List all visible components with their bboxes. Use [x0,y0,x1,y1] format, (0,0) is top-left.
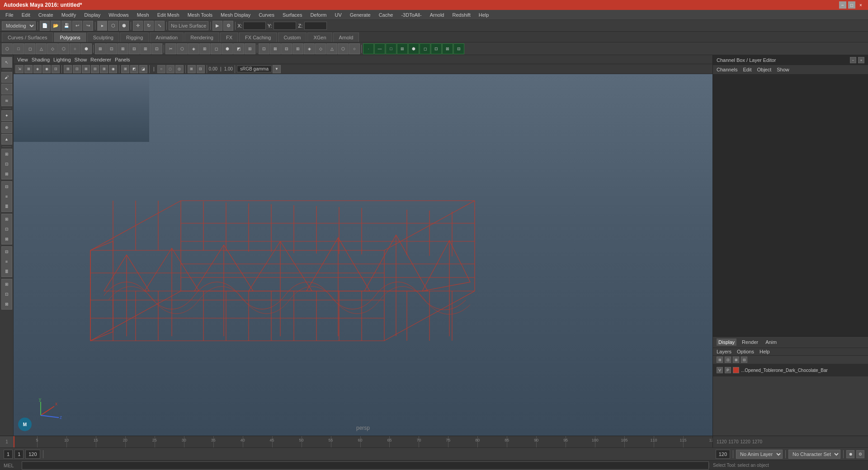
tool-icon-5[interactable]: ◇ [47,43,58,54]
character-set-dropdown[interactable]: No Character Set [788,450,840,459]
tool-icon-12[interactable]: ⊟ [129,43,140,54]
menu-3dtoall[interactable]: -3DToAll- [397,11,425,19]
viewport-canvas[interactable]: persp M x y z [14,74,712,436]
extrude-tool-left[interactable]: ▲ [1,134,12,145]
group-btn-13[interactable]: ⊞ [2,279,12,289]
z-input[interactable] [304,22,327,30]
menu-surfaces[interactable]: Surfaces [279,11,306,19]
group-btn-10[interactable]: ⊟ [2,247,12,257]
menu-help[interactable]: Help [475,11,493,19]
tool-icon-2[interactable]: □ [13,43,24,54]
tool-icon-13[interactable]: ⊞ [140,43,151,54]
undo-button[interactable]: ↩ [72,21,82,31]
tool-icon-18[interactable]: ⊞ [199,43,210,54]
vp-toolbar-5[interactable]: ⊡ [52,65,60,73]
tool-icon-3[interactable]: ◻ [24,43,35,54]
group-btn-1[interactable]: ⊞ [2,149,12,159]
workspace-dropdown[interactable]: Modeling [2,21,36,30]
cut-tool-left[interactable]: ✦ [1,110,12,121]
close-button[interactable]: × [857,1,864,9]
rotate-tool-button[interactable]: ↻ [144,21,154,31]
tool-icon-7[interactable]: ○ [70,43,80,54]
group-btn-5[interactable]: ≡ [2,192,12,202]
tool-icon-26[interactable]: ⊞ [292,43,303,54]
menu-edit[interactable]: Edit [18,11,34,19]
bottom-tab-display[interactable]: Display [717,338,736,346]
tool-icon-9[interactable]: ⊞ [95,43,106,54]
tool-icon-22[interactable]: ⊞ [245,43,255,54]
y-input[interactable] [274,22,296,30]
vp-toolbar-6[interactable]: ⊞ [64,65,72,73]
menu-generate[interactable]: Generate [346,11,374,19]
vp-toolbar-16[interactable]: ◌ [166,65,175,73]
menu-mesh-display[interactable]: Mesh Display [217,11,254,19]
relax-tool-left[interactable]: ≋ [1,95,12,106]
cb-tab-channels[interactable]: Channels [717,67,737,72]
layer-color-swatch[interactable] [733,367,739,373]
menu-edit-mesh[interactable]: Edit Mesh [154,11,183,19]
sculpt-tool-left[interactable]: ∿ [1,84,12,94]
layer-render-btn[interactable]: P [725,367,731,373]
tool-icon-20[interactable]: ⬢ [222,43,233,54]
vp-toolbar-7[interactable]: ⊡ [73,65,81,73]
scale-tool-button[interactable]: ⤡ [155,21,165,31]
select-shell-button[interactable]: ◻ [420,43,430,54]
paint-tool-button[interactable]: ⬢ [119,21,129,31]
tool-icon-14[interactable]: ⊡ [151,43,162,54]
menu-windows[interactable]: Windows [105,11,132,19]
viewport-menu-view[interactable]: View [17,57,28,62]
tool-icon-31[interactable]: ○ [349,43,360,54]
tab-polygons[interactable]: Polygons [54,33,86,42]
cb-tab-show[interactable]: Show [777,67,789,72]
tool-icon-16[interactable]: ⬡ [177,43,188,54]
tool-icon-25[interactable]: ⊟ [281,43,292,54]
vp-gamma-label[interactable]: sRGB gamma [237,66,272,72]
tool-icon-27[interactable]: ◈ [304,43,315,54]
tab-fx[interactable]: FX [220,33,238,42]
menu-deform[interactable]: Deform [307,11,330,19]
redo-button[interactable]: ↪ [83,21,93,31]
menu-mesh-tools[interactable]: Mesh Tools [184,11,216,19]
viewport-menu-panels[interactable]: Panels [115,57,130,62]
menu-modify[interactable]: Modify [58,11,80,19]
vp-toolbar-17[interactable]: ◎ [175,65,184,73]
menu-file[interactable]: File [2,11,17,19]
tab-xgen[interactable]: XGen [307,33,332,42]
vp-toolbar-2[interactable]: ⊞ [24,65,33,73]
cb-tab-object[interactable]: Object [757,67,771,72]
render-settings-button[interactable]: ⚙ [223,21,233,31]
group-btn-7[interactable]: ⊞ [2,214,12,224]
viewport-menu-shading[interactable]: Shading [32,57,50,62]
group-btn-8[interactable]: ⊡ [2,224,12,234]
menu-curves[interactable]: Curves [255,11,278,19]
group-btn-14[interactable]: ⊡ [2,289,12,299]
tool-icon-24[interactable]: ⊠ [270,43,281,54]
layer-ctrl-btn-4[interactable]: ⊟ [741,357,747,363]
tool-icon-29[interactable]: △ [326,43,337,54]
select-region-button[interactable]: ⊡ [431,43,442,54]
bottom-opt-layers[interactable]: Layers [717,349,731,354]
layer-ctrl-btn-1[interactable]: ⊞ [717,357,723,363]
select-face-button[interactable]: □ [386,43,396,54]
select-edge-button[interactable]: — [374,43,385,54]
select-vert-button[interactable]: · [363,43,374,54]
group-btn-2[interactable]: ⊡ [2,159,12,169]
group-btn-4[interactable]: ⊟ [2,182,12,192]
command-input[interactable] [22,461,709,470]
vp-toolbar-8[interactable]: ⊠ [82,65,90,73]
tool-icon-15[interactable]: ✂ [165,43,176,54]
cb-close-btn[interactable]: × [858,57,864,63]
vp-toolbar-9[interactable]: ⊟ [91,65,99,73]
vp-toolbar-4[interactable]: ◉ [42,65,51,73]
layer-ctrl-btn-3[interactable]: ⊠ [733,357,739,363]
tab-rendering[interactable]: Rendering [184,33,219,42]
group-btn-12[interactable]: ≣ [2,267,12,277]
tool-icon-19[interactable]: ◻ [211,43,222,54]
tab-sculpting[interactable]: Sculpting [87,33,119,42]
bottom-opt-help[interactable]: Help [760,349,770,354]
cb-tab-edit[interactable]: Edit [743,67,751,72]
save-scene-button[interactable]: 💾 [61,21,71,31]
tool-icon-28[interactable]: ◇ [315,43,326,54]
vp-toolbar-3[interactable]: ◈ [33,65,42,73]
vp-toolbar-20[interactable]: ▼ [273,65,281,73]
